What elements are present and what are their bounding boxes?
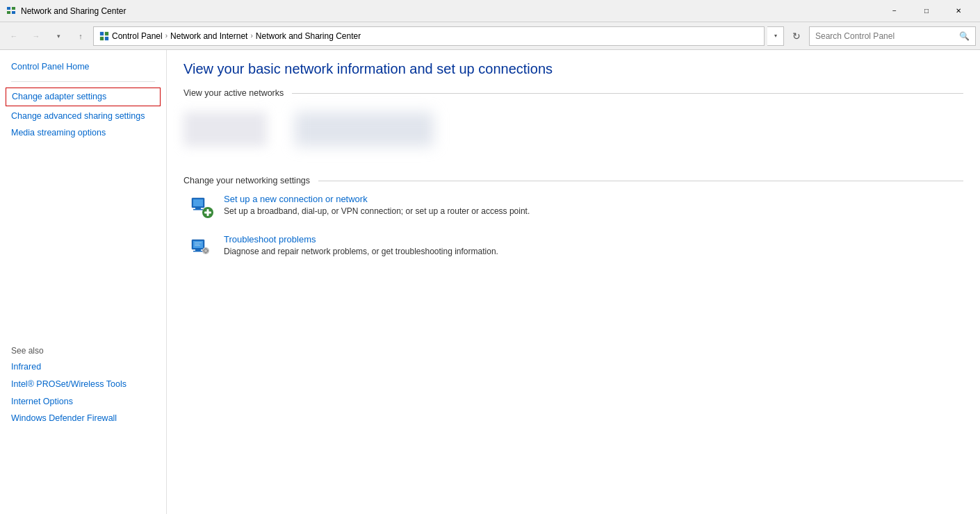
troubleshoot-desc: Diagnose and repair network problems, or… <box>224 247 498 256</box>
svg-rect-4 <box>100 31 104 35</box>
breadcrumb-control-panel[interactable]: Control Panel <box>112 31 163 41</box>
troubleshoot-link[interactable]: Troubleshoot problems <box>224 234 498 244</box>
sidebar-divider-1 <box>11 81 155 82</box>
active-networks-label: View your active networks <box>183 88 284 98</box>
breadcrumb-sep-1: › <box>165 32 168 40</box>
active-networks-area <box>183 106 963 162</box>
sidebar-item-control-panel-home[interactable]: Control Panel Home <box>0 58 166 76</box>
svg-rect-11 <box>193 209 203 210</box>
close-button[interactable]: ✕ <box>942 0 974 22</box>
sidebar-item-internet-options[interactable]: Internet Options <box>0 393 166 411</box>
search-box[interactable]: 🔍 <box>809 26 976 46</box>
active-networks-divider <box>292 93 963 94</box>
networking-settings-label: Change your networking settings <box>183 176 310 185</box>
maximize-button[interactable]: □ <box>910 0 942 22</box>
address-bar: ← → ▾ ↑ Control Panel › Network and Inte… <box>0 22 980 50</box>
svg-rect-14 <box>204 212 211 214</box>
network-card-2 <box>295 112 434 156</box>
new-connection-content: Set up a new connection or network Set u… <box>224 194 530 216</box>
main-layout: Control Panel Home Change adapter settin… <box>0 50 980 514</box>
svg-rect-24 <box>195 245 200 246</box>
title-bar-left: Network and Sharing Center <box>6 6 126 17</box>
sidebar: Control Panel Home Change adapter settin… <box>0 50 167 514</box>
active-networks-header: View your active networks <box>183 88 963 98</box>
sidebar-item-change-adapter[interactable]: Change adapter settings <box>6 88 161 106</box>
up-button[interactable]: ↑ <box>71 26 90 46</box>
svg-rect-9 <box>193 199 203 206</box>
breadcrumb-network-internet[interactable]: Network and Internet <box>170 31 247 41</box>
breadcrumb-active: Network and Sharing Center <box>256 31 361 41</box>
new-connection-svg <box>189 194 214 219</box>
svg-rect-2 <box>7 11 10 14</box>
window-controls: − □ ✕ <box>879 0 974 22</box>
svg-rect-17 <box>195 249 201 251</box>
networking-settings-divider <box>318 181 963 181</box>
svg-rect-0 <box>7 7 10 10</box>
control-panel-icon <box>99 31 109 41</box>
network-blurred-2 <box>295 112 434 147</box>
network-settings-section: Set up a new connection or network Set u… <box>183 194 963 259</box>
troubleshoot-icon <box>189 234 214 259</box>
window-title: Network and Sharing Center <box>21 6 126 16</box>
address-path[interactable]: Control Panel › Network and Internet › N… <box>93 26 765 46</box>
network-blurred-1 <box>183 112 267 147</box>
breadcrumb-sep-2: › <box>250 32 252 40</box>
refresh-button[interactable]: ↻ <box>787 26 806 46</box>
svg-rect-22 <box>195 242 202 243</box>
svg-rect-1 <box>12 7 15 10</box>
content-area: View your basic network information and … <box>167 50 980 514</box>
address-dropdown-button[interactable]: ▾ <box>767 26 784 46</box>
svg-rect-10 <box>195 208 201 209</box>
svg-rect-23 <box>195 244 199 244</box>
sidebar-item-infrared[interactable]: Infrared <box>0 358 166 376</box>
sidebar-item-media-streaming[interactable]: Media streaming options <box>0 124 166 142</box>
sidebar-item-change-advanced[interactable]: Change advanced sharing settings <box>0 108 166 125</box>
network-card-1 <box>183 112 267 156</box>
svg-point-21 <box>204 249 207 252</box>
title-bar: Network and Sharing Center − □ ✕ <box>0 0 980 22</box>
new-connection-icon <box>189 194 214 219</box>
troubleshoot-content: Troubleshoot problems Diagnose and repai… <box>224 234 498 256</box>
svg-rect-7 <box>105 36 108 40</box>
sidebar-item-windows-defender[interactable]: Windows Defender Firewall <box>0 410 166 427</box>
new-connection-item: Set up a new connection or network Set u… <box>183 194 963 219</box>
svg-rect-3 <box>12 11 15 14</box>
forward-button[interactable]: → <box>26 26 46 46</box>
networking-settings-header: Change your networking settings <box>183 176 963 185</box>
app-icon <box>6 6 17 17</box>
svg-rect-5 <box>105 31 108 35</box>
search-icon: 🔍 <box>959 31 970 41</box>
minimize-button[interactable]: − <box>879 0 910 22</box>
back-button[interactable]: ← <box>4 26 24 46</box>
troubleshoot-svg <box>189 234 214 259</box>
search-input[interactable] <box>815 31 956 41</box>
svg-rect-6 <box>100 36 104 40</box>
page-title: View your basic network information and … <box>183 61 963 77</box>
dropdown-recent-button[interactable]: ▾ <box>49 26 68 46</box>
see-also-label: See also <box>0 336 166 358</box>
sidebar-item-intel-tools[interactable]: Intel® PROSet/Wireless Tools <box>0 376 166 393</box>
new-connection-link[interactable]: Set up a new connection or network <box>224 194 530 204</box>
troubleshoot-item: Troubleshoot problems Diagnose and repai… <box>183 234 963 259</box>
svg-rect-18 <box>193 251 203 252</box>
new-connection-desc: Set up a broadband, dial-up, or VPN conn… <box>224 206 530 216</box>
